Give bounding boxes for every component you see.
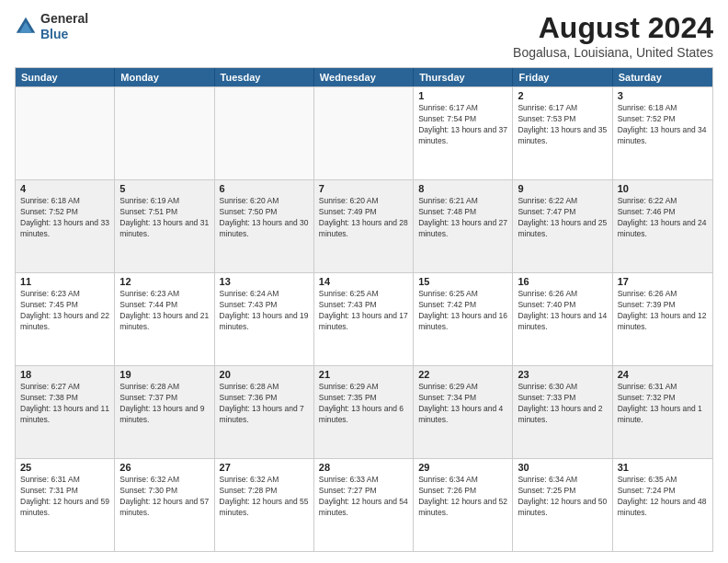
day-info: Sunrise: 6:17 AMSunset: 7:53 PMDaylight:…: [518, 103, 607, 147]
day-cell-26: 26Sunrise: 6:32 AMSunset: 7:30 PMDayligh…: [115, 459, 214, 551]
day-info: Sunrise: 6:20 AMSunset: 7:50 PMDaylight:…: [220, 196, 309, 240]
day-info: Sunrise: 6:18 AMSunset: 7:52 PMDaylight:…: [618, 103, 708, 147]
day-number: 13: [220, 276, 309, 287]
day-info: Sunrise: 6:22 AMSunset: 7:46 PMDaylight:…: [618, 196, 708, 240]
week-row-1: 1Sunrise: 6:17 AMSunset: 7:54 PMDaylight…: [16, 86, 712, 179]
day-cell-20: 20Sunrise: 6:28 AMSunset: 7:36 PMDayligh…: [215, 366, 314, 458]
day-info: Sunrise: 6:32 AMSunset: 7:30 PMDaylight:…: [119, 475, 209, 519]
day-info: Sunrise: 6:25 AMSunset: 7:43 PMDaylight:…: [319, 289, 408, 333]
day-cell-2: 2Sunrise: 6:17 AMSunset: 7:53 PMDaylight…: [513, 87, 612, 179]
day-number: 24: [618, 369, 708, 380]
day-number: 9: [518, 183, 607, 194]
day-info: Sunrise: 6:22 AMSunset: 7:47 PMDaylight:…: [518, 196, 607, 240]
day-number: 15: [418, 276, 507, 287]
day-info: Sunrise: 6:20 AMSunset: 7:49 PMDaylight:…: [319, 196, 408, 240]
week-row-5: 25Sunrise: 6:31 AMSunset: 7:31 PMDayligh…: [16, 458, 712, 551]
day-cell-11: 11Sunrise: 6:23 AMSunset: 7:45 PMDayligh…: [16, 273, 115, 365]
month-title: August 2024: [513, 11, 713, 45]
day-number: 3: [618, 90, 708, 101]
logo: General Blue: [15, 11, 88, 42]
day-number: 11: [20, 276, 109, 287]
day-cell-21: 21Sunrise: 6:29 AMSunset: 7:35 PMDayligh…: [314, 366, 414, 458]
day-cell-22: 22Sunrise: 6:29 AMSunset: 7:34 PMDayligh…: [414, 366, 513, 458]
header-day-friday: Friday: [513, 68, 612, 86]
day-info: Sunrise: 6:26 AMSunset: 7:39 PMDaylight:…: [618, 289, 708, 333]
day-number: 20: [220, 369, 309, 380]
day-cell-7: 7Sunrise: 6:20 AMSunset: 7:49 PMDaylight…: [314, 180, 414, 272]
header: General Blue August 2024 Bogalusa, Louis…: [15, 11, 713, 60]
day-cell-1: 1Sunrise: 6:17 AMSunset: 7:54 PMDaylight…: [414, 87, 513, 179]
day-number: 28: [319, 462, 408, 473]
day-info: Sunrise: 6:31 AMSunset: 7:32 PMDaylight:…: [618, 382, 708, 426]
day-number: 17: [618, 276, 708, 287]
header-day-sunday: Sunday: [16, 68, 115, 86]
day-cell-19: 19Sunrise: 6:28 AMSunset: 7:37 PMDayligh…: [115, 366, 214, 458]
day-cell-23: 23Sunrise: 6:30 AMSunset: 7:33 PMDayligh…: [513, 366, 612, 458]
day-cell-4: 4Sunrise: 6:18 AMSunset: 7:52 PMDaylight…: [16, 180, 115, 272]
header-day-monday: Monday: [115, 68, 214, 86]
day-cell-28: 28Sunrise: 6:33 AMSunset: 7:27 PMDayligh…: [314, 459, 414, 551]
day-info: Sunrise: 6:30 AMSunset: 7:33 PMDaylight:…: [518, 382, 607, 426]
day-info: Sunrise: 6:18 AMSunset: 7:52 PMDaylight:…: [20, 196, 109, 240]
header-day-thursday: Thursday: [414, 68, 513, 86]
day-cell-5: 5Sunrise: 6:19 AMSunset: 7:51 PMDaylight…: [115, 180, 214, 272]
day-info: Sunrise: 6:29 AMSunset: 7:34 PMDaylight:…: [418, 382, 507, 426]
day-number: 6: [220, 183, 309, 194]
location: Bogalusa, Louisiana, United States: [513, 45, 713, 60]
day-cell-6: 6Sunrise: 6:20 AMSunset: 7:50 PMDaylight…: [215, 180, 314, 272]
day-info: Sunrise: 6:34 AMSunset: 7:25 PMDaylight:…: [518, 475, 607, 519]
day-number: 29: [418, 462, 507, 473]
day-number: 23: [518, 369, 607, 380]
day-number: 2: [518, 90, 607, 101]
page: General Blue August 2024 Bogalusa, Louis…: [0, 0, 728, 563]
day-cell-9: 9Sunrise: 6:22 AMSunset: 7:47 PMDaylight…: [513, 180, 612, 272]
day-number: 10: [618, 183, 708, 194]
logo-general: General: [40, 11, 88, 26]
day-number: 7: [319, 183, 408, 194]
empty-cell: [314, 87, 414, 179]
day-cell-29: 29Sunrise: 6:34 AMSunset: 7:26 PMDayligh…: [414, 459, 513, 551]
day-number: 14: [319, 276, 408, 287]
day-cell-25: 25Sunrise: 6:31 AMSunset: 7:31 PMDayligh…: [16, 459, 115, 551]
day-info: Sunrise: 6:27 AMSunset: 7:38 PMDaylight:…: [20, 382, 109, 426]
day-number: 1: [418, 90, 507, 101]
day-info: Sunrise: 6:31 AMSunset: 7:31 PMDaylight:…: [20, 475, 109, 519]
day-number: 26: [119, 462, 209, 473]
logo-text: General Blue: [40, 11, 88, 42]
day-cell-30: 30Sunrise: 6:34 AMSunset: 7:25 PMDayligh…: [513, 459, 612, 551]
day-info: Sunrise: 6:33 AMSunset: 7:27 PMDaylight:…: [319, 475, 408, 519]
week-row-4: 18Sunrise: 6:27 AMSunset: 7:38 PMDayligh…: [16, 365, 712, 458]
calendar-body: 1Sunrise: 6:17 AMSunset: 7:54 PMDaylight…: [16, 86, 712, 551]
empty-cell: [215, 87, 314, 179]
calendar-header: SundayMondayTuesdayWednesdayThursdayFrid…: [16, 68, 712, 86]
day-cell-24: 24Sunrise: 6:31 AMSunset: 7:32 PMDayligh…: [613, 366, 712, 458]
day-info: Sunrise: 6:28 AMSunset: 7:37 PMDaylight:…: [119, 382, 209, 426]
day-number: 31: [618, 462, 708, 473]
day-info: Sunrise: 6:34 AMSunset: 7:26 PMDaylight:…: [418, 475, 507, 519]
day-number: 12: [119, 276, 209, 287]
day-info: Sunrise: 6:23 AMSunset: 7:44 PMDaylight:…: [119, 289, 209, 333]
day-cell-12: 12Sunrise: 6:23 AMSunset: 7:44 PMDayligh…: [115, 273, 214, 365]
day-number: 16: [518, 276, 607, 287]
day-cell-13: 13Sunrise: 6:24 AMSunset: 7:43 PMDayligh…: [215, 273, 314, 365]
day-cell-3: 3Sunrise: 6:18 AMSunset: 7:52 PMDaylight…: [613, 87, 712, 179]
day-info: Sunrise: 6:25 AMSunset: 7:42 PMDaylight:…: [418, 289, 507, 333]
empty-cell: [115, 87, 214, 179]
day-number: 27: [220, 462, 309, 473]
day-info: Sunrise: 6:23 AMSunset: 7:45 PMDaylight:…: [20, 289, 109, 333]
header-day-saturday: Saturday: [613, 68, 712, 86]
day-cell-15: 15Sunrise: 6:25 AMSunset: 7:42 PMDayligh…: [414, 273, 513, 365]
day-info: Sunrise: 6:19 AMSunset: 7:51 PMDaylight:…: [119, 196, 209, 240]
calendar: SundayMondayTuesdayWednesdayThursdayFrid…: [15, 67, 713, 552]
day-number: 4: [20, 183, 109, 194]
day-number: 8: [418, 183, 507, 194]
header-day-tuesday: Tuesday: [215, 68, 314, 86]
day-cell-27: 27Sunrise: 6:32 AMSunset: 7:28 PMDayligh…: [215, 459, 314, 551]
day-info: Sunrise: 6:17 AMSunset: 7:54 PMDaylight:…: [418, 103, 507, 147]
day-cell-14: 14Sunrise: 6:25 AMSunset: 7:43 PMDayligh…: [314, 273, 414, 365]
header-day-wednesday: Wednesday: [314, 68, 414, 86]
week-row-2: 4Sunrise: 6:18 AMSunset: 7:52 PMDaylight…: [16, 179, 712, 272]
title-block: August 2024 Bogalusa, Louisiana, United …: [513, 11, 713, 60]
day-number: 25: [20, 462, 109, 473]
day-cell-31: 31Sunrise: 6:35 AMSunset: 7:24 PMDayligh…: [613, 459, 712, 551]
